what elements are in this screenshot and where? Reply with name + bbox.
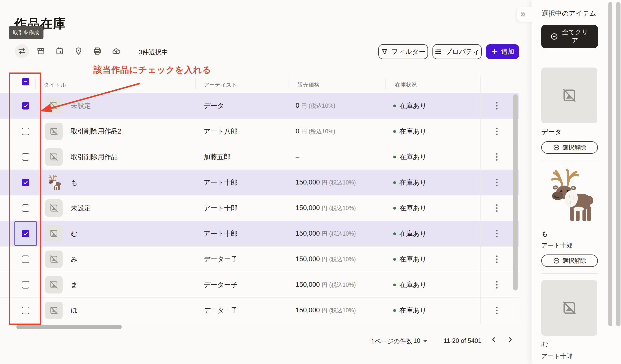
selected-item-image	[541, 167, 597, 225]
sidebar-collapse-button[interactable]	[517, 7, 533, 22]
store-icon	[36, 47, 45, 56]
row-checkbox[interactable]	[22, 230, 29, 237]
price-tax-suffix: 円 (税込10%)	[322, 205, 356, 211]
toolbar-button-swap-arrows[interactable]	[15, 44, 29, 58]
table-vertical-scrollbar[interactable]	[513, 94, 518, 291]
selected-item-artist: アート十郎	[541, 352, 598, 360]
row-menu-button[interactable]	[493, 254, 501, 265]
cell-stock: 在庫あり	[393, 306, 427, 315]
cell-artist: アート十郎	[204, 229, 237, 238]
properties-button[interactable]: プロパティ	[432, 44, 482, 59]
calendar-icon	[55, 47, 64, 56]
cell-stock: 在庫あり	[393, 152, 427, 161]
row-menu-button[interactable]	[493, 305, 501, 316]
column-header-artist[interactable]: アーティスト	[204, 81, 237, 89]
toolbar-button-location-pin[interactable]	[72, 44, 85, 58]
minus-circle-icon	[550, 33, 558, 40]
row-checkbox[interactable]	[22, 128, 29, 135]
cloud-download-icon	[112, 47, 121, 56]
no-image-thumbnail	[45, 251, 63, 268]
toolbar-button-printer[interactable]	[90, 44, 104, 58]
add-button-label: 追加	[501, 47, 514, 56]
row-checkbox[interactable]	[22, 102, 29, 109]
toolbar-button-calendar[interactable]	[53, 44, 67, 58]
kebab-dot	[496, 307, 498, 308]
row-menu-button[interactable]	[493, 279, 501, 290]
filter-button[interactable]: フィルター	[378, 44, 428, 59]
table-horizontal-scrollbar[interactable]	[16, 325, 122, 329]
previous-page-button[interactable]	[488, 334, 500, 346]
row-checkbox[interactable]	[22, 153, 29, 161]
no-image-icon	[561, 299, 578, 316]
no-image-thumbnail	[45, 276, 63, 293]
table-row[interactable]: 取引削除用作品2アート八郎0円 (税込10%)在庫あり	[0, 119, 519, 144]
kebab-dot	[496, 156, 498, 158]
column-header-stock[interactable]: 在庫状況	[395, 81, 417, 89]
no-image-icon	[49, 254, 59, 264]
table-row[interactable]: むアート十郎150,000円 (税込10%)在庫あり	[0, 221, 519, 247]
window-scrollbar[interactable]	[616, 2, 621, 326]
properties-button-label: プロパティ	[445, 47, 479, 56]
column-header-price[interactable]: 販売価格	[298, 81, 319, 89]
cell-title: 取引削除用作品	[71, 152, 118, 161]
table-row[interactable]: みデーター子150,000円 (税込10%)在庫あり	[0, 247, 519, 272]
kebab-dot	[496, 182, 498, 183]
header-divider	[35, 78, 36, 89]
table-row[interactable]: まデーター子150,000円 (税込10%)在庫あり	[0, 272, 519, 298]
select-all-checkbox[interactable]	[22, 78, 29, 85]
no-image-thumbnail	[45, 123, 63, 140]
deselect-button[interactable]: 選択解除	[541, 141, 598, 154]
row-menu-button[interactable]	[493, 203, 501, 214]
stock-status-label: 在庫あり	[399, 255, 427, 264]
stock-status-dot	[393, 309, 396, 312]
selected-item-no-image	[541, 280, 597, 336]
price-amount: –	[296, 153, 299, 161]
clear-all-button[interactable]: 全てクリア	[541, 25, 598, 48]
no-image-icon	[49, 101, 59, 111]
cell-price: –	[296, 153, 299, 161]
cell-artist: アート十郎	[204, 178, 237, 187]
add-button[interactable]: 追加	[486, 44, 519, 59]
filter-button-label: フィルター	[391, 47, 426, 56]
row-checkbox[interactable]	[22, 255, 29, 263]
no-image-icon	[49, 152, 59, 162]
caret-down-icon	[423, 340, 427, 342]
row-checkbox[interactable]	[22, 179, 29, 186]
cell-title: 取引削除用作品2	[71, 127, 121, 136]
toolbar-button-store[interactable]	[34, 44, 48, 58]
clear-all-label: 全てクリア	[561, 28, 589, 45]
row-checkbox[interactable]	[22, 204, 29, 212]
chevron-left-icon	[491, 336, 497, 343]
table-row[interactable]: ほデーター子150,000円 (税込10%)在庫あり	[0, 298, 519, 323]
header-divider	[195, 78, 196, 89]
column-header-title[interactable]: タイトル	[44, 81, 66, 89]
kebab-dot	[496, 131, 498, 132]
check-icon	[23, 180, 29, 185]
row-menu-button[interactable]	[493, 100, 501, 111]
kebab-dot	[496, 108, 498, 109]
stock-status-dot	[393, 181, 396, 184]
next-page-button[interactable]	[504, 334, 516, 346]
cell-title: ほ	[71, 306, 78, 315]
table-row[interactable]: 未設定データ0円 (税込10%)在庫あり	[0, 93, 519, 119]
deselect-button[interactable]: 選択解除	[541, 255, 598, 267]
toolbar-button-cloud-download[interactable]	[109, 44, 123, 58]
table-row[interactable]: 取引削除用作品加藤五郎–在庫あり	[0, 144, 519, 170]
row-menu-button[interactable]	[493, 228, 501, 239]
cell-artist: 加藤五郎	[204, 152, 231, 161]
row-checkbox[interactable]	[22, 281, 29, 289]
table-row[interactable]: もアート十郎150,000円 (税込10%)在庫あり	[0, 170, 519, 195]
no-image-icon	[49, 280, 59, 290]
cell-price: 0円 (税込10%)	[296, 127, 335, 135]
deselect-button-label: 選択解除	[562, 257, 586, 265]
stock-status-label: 在庫あり	[399, 101, 427, 110]
row-menu-button[interactable]	[493, 151, 501, 162]
per-page-select[interactable]: 10	[413, 337, 427, 344]
row-checkbox[interactable]	[22, 307, 29, 314]
cell-title: む	[71, 229, 78, 238]
row-menu-button[interactable]	[493, 177, 501, 188]
kebab-dot	[496, 287, 498, 289]
row-menu-button[interactable]	[493, 126, 501, 137]
table-row[interactable]: 未設定アート十郎150,000円 (税込10%)在庫あり	[0, 195, 519, 221]
sidebar-scrollbar[interactable]	[608, 2, 612, 326]
